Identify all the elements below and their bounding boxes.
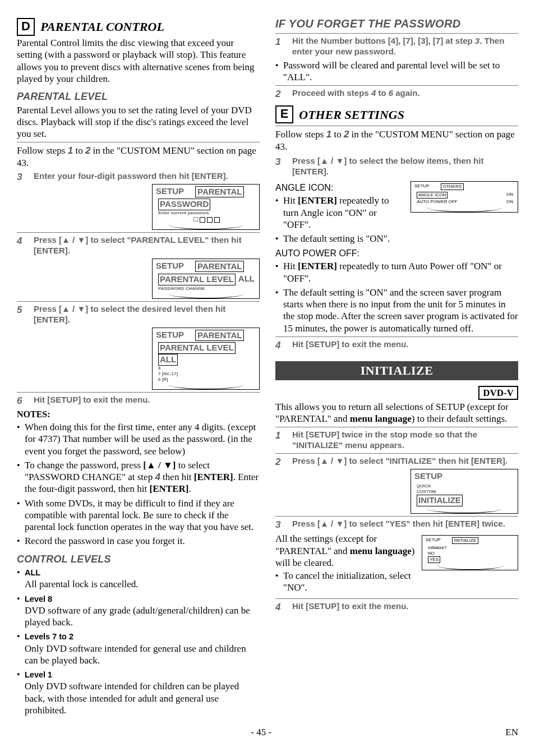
init-step-3: 3 Press [▲ / ▼] to select "YES" then hit… bbox=[275, 519, 518, 531]
page-number: - 45 - bbox=[251, 727, 271, 737]
init-cancel-bullet: To cancel the initialization, select "NO… bbox=[275, 570, 518, 594]
section-other-settings: E OTHER SETTINGS bbox=[275, 105, 518, 123]
right-column: IF YOU FORGET THE PASSWORD 1 Hit the Num… bbox=[275, 17, 518, 718]
note-item: When doing this for the first time, ente… bbox=[25, 421, 260, 457]
step-text: Press [▲ / ▼] to select the desired leve… bbox=[34, 304, 225, 324]
other-step-3: 3 Press [▲ / ▼] to select the below item… bbox=[275, 156, 518, 177]
auto-power-off-head: AUTO POWER OFF: bbox=[275, 248, 518, 259]
divider bbox=[275, 126, 518, 126]
parental-intro: Parental Control limits the disc viewing… bbox=[17, 37, 260, 85]
forget-bullets: Password will be cleared and parental le… bbox=[275, 59, 518, 84]
forget-step-2: 2 Proceed with steps 4 to 6 again. bbox=[275, 88, 518, 100]
divider bbox=[17, 392, 260, 393]
step-text: Press [▲ / ▼] to select "PARENTAL LEVEL"… bbox=[34, 235, 242, 255]
apo-bullets: Hit [ENTER] repeatedly to turn Auto Powe… bbox=[275, 260, 518, 334]
control-levels-list: ALLAll parental lock is cancelled. Level… bbox=[17, 566, 260, 716]
other-step-3-row: 3 Press [▲ / ▼] to select the below item… bbox=[275, 154, 518, 179]
notes-list: When doing this for the first time, ente… bbox=[17, 421, 260, 547]
subhead-control-levels: CONTROL LEVELS bbox=[17, 553, 260, 566]
osd-init-menu: SETUPX QUICK CUSTOM INITIALIZE bbox=[411, 469, 518, 514]
forget-step-1: 1 Hit the Number buttons [4], [7], [3], … bbox=[275, 36, 518, 57]
osd-password: SETUP PARENTAL PASSWORD Enter current pa… bbox=[152, 184, 260, 231]
dvd-v-badge: DVD-V bbox=[478, 386, 518, 400]
left-column: D PARENTAL CONTROL Parental Control limi… bbox=[17, 17, 260, 718]
control-level-item: Levels 7 to 2Only DVD software intended … bbox=[25, 630, 260, 666]
divider bbox=[275, 598, 518, 599]
section-parental-control: D PARENTAL CONTROL bbox=[17, 18, 260, 36]
follow-steps-line: Follow steps 1 to 2 in the "CUSTOM MENU"… bbox=[17, 145, 260, 169]
footer-lang: EN bbox=[505, 726, 518, 738]
note-item: Record the password in case you forget i… bbox=[25, 535, 260, 547]
angle-bullets: Hit [ENTER] repeatedly to turn Angle ico… bbox=[275, 195, 518, 245]
osd-init-confirm: SETUPINITIALIZE Initialize? NO YES bbox=[422, 535, 518, 570]
divider bbox=[275, 33, 518, 34]
divider bbox=[17, 142, 260, 142]
divider bbox=[275, 516, 518, 517]
step-5: 5 Press [▲ / ▼] to select the desired le… bbox=[17, 304, 260, 390]
init-step-2: 2 Press [▲ / ▼] to select "INITIALIZE" t… bbox=[275, 456, 518, 514]
subhead-parental-level: PARENTAL LEVEL bbox=[17, 90, 260, 103]
step-text: Enter your four-digit password then hit … bbox=[34, 171, 228, 181]
other-follow: Follow steps 1 to 2 in the "CUSTOM MENU"… bbox=[275, 128, 518, 153]
control-level-item: Level 1Only DVD software intended for ch… bbox=[25, 669, 260, 716]
note-item: To change the password, press [▲ / ▼] to… bbox=[25, 459, 260, 495]
divider bbox=[275, 85, 518, 86]
step-3: 3 Enter your four-digit password then hi… bbox=[17, 171, 260, 230]
note-item: With some DVDs, it may be difficult to f… bbox=[25, 497, 260, 533]
init-step-4: 4 Hit [SETUP] to exit the menu. bbox=[275, 601, 518, 613]
step-4: 4 Press [▲ / ▼] to select "PARENTAL LEVE… bbox=[17, 235, 260, 299]
step-6: 6 Hit [SETUP] to exit the menu. bbox=[17, 395, 260, 407]
divider bbox=[275, 336, 518, 337]
osd-parental-level: SETUP PARENTAL PARENTAL LEVELALL PASSWOR… bbox=[152, 259, 260, 299]
step-number: 3 bbox=[17, 171, 26, 230]
init-step-1: 1 Hit [SETUP] twice in the stop mode so … bbox=[275, 430, 518, 451]
notes-heading: NOTES: bbox=[17, 409, 260, 420]
divider bbox=[275, 453, 518, 454]
section-letter-d: D bbox=[17, 18, 35, 36]
divider bbox=[17, 301, 260, 302]
section-title: PARENTAL CONTROL bbox=[40, 20, 164, 34]
divider bbox=[275, 427, 518, 427]
initialize-banner: INITIALIZE bbox=[275, 361, 518, 380]
section-letter-e: E bbox=[275, 105, 293, 123]
other-step-4: 4 Hit [SETUP] to exit the menu. bbox=[275, 339, 518, 351]
divider bbox=[17, 232, 260, 233]
step-text: Hit [SETUP] to exit the menu. bbox=[34, 395, 150, 404]
page-footer: - 45 - EN bbox=[17, 726, 518, 738]
subhead-forget-password: IF YOU FORGET THE PASSWORD bbox=[275, 17, 518, 31]
init-intro: This allows you to return all selections… bbox=[275, 401, 518, 425]
control-level-item: ALLAll parental lock is cancelled. bbox=[25, 566, 260, 591]
parental-level-intro: Parental Level allows you to set the rat… bbox=[17, 104, 260, 140]
osd-level-list: SETUP PARENTAL PARENTAL LEVEL ALL 8 7 [N… bbox=[152, 328, 260, 390]
control-level-item: Level 8DVD software of any grade (adult/… bbox=[25, 593, 260, 629]
